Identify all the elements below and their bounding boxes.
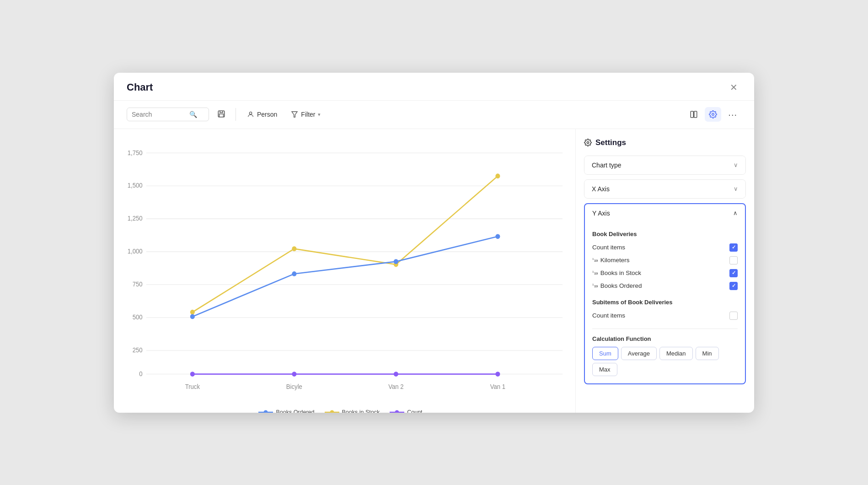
toolbar-divider [236, 108, 236, 121]
calc-max-button[interactable]: Max [592, 363, 617, 376]
save-icon [217, 110, 225, 118]
svg-point-5 [712, 113, 714, 116]
svg-point-43 [395, 410, 399, 413]
legend-line-books-in-stock [325, 410, 339, 413]
books-in-stock-num-icon: ¹₂₃ [592, 270, 598, 276]
subitems-count-items-label: Count items [592, 312, 625, 319]
svg-rect-3 [691, 111, 694, 118]
svg-point-22 [190, 309, 195, 314]
books-ordered-num-icon: ¹₂₃ [592, 283, 598, 289]
person-icon [247, 111, 254, 118]
svg-text:250: 250 [133, 346, 143, 353]
calc-min-button[interactable]: Min [696, 347, 719, 360]
modal-title: Chart [127, 81, 153, 93]
subitems-count-items-row: Count items [592, 309, 738, 322]
modal-header: Chart ✕ [114, 73, 754, 101]
legend-books-ordered: Books Ordered [258, 409, 314, 413]
layout-icon [690, 110, 698, 119]
svg-text:Bicyle: Bicyle [286, 383, 302, 390]
books-in-stock-row: ¹₂₃ Books in Stock [592, 267, 738, 280]
svg-point-39 [264, 410, 268, 413]
settings-button[interactable] [705, 107, 721, 122]
svg-point-33 [495, 372, 500, 377]
book-deliveries-label: Book Deliveries [592, 231, 738, 237]
search-box: 🔍 [127, 108, 209, 121]
chart-svg: 1,750 1,500 1,250 1,000 750 500 250 0 [118, 138, 563, 404]
filter-button[interactable]: Filter ▾ [286, 108, 325, 121]
legend-count: Count [390, 409, 422, 413]
calc-median-button[interactable]: Median [659, 347, 693, 360]
legend-books-ordered-label: Books Ordered [276, 409, 314, 413]
close-button[interactable]: ✕ [726, 81, 741, 94]
toolbar-right: ··· [686, 106, 741, 123]
books-in-stock-label: Books in Stock [600, 269, 641, 276]
count-items-row: Count items [592, 241, 738, 254]
legend-count-label: Count [407, 409, 422, 413]
y-axis-body: Book Deliveries Count items ¹₂₃ Kilomete… [585, 222, 745, 383]
subitems-label: Subitems of Book Deliveries [592, 299, 738, 306]
svg-point-29 [495, 234, 500, 239]
calc-average-button[interactable]: Average [621, 347, 657, 360]
legend-line-count [390, 410, 404, 413]
svg-text:1,500: 1,500 [128, 182, 143, 189]
svg-rect-4 [694, 111, 697, 118]
filter-icon [291, 111, 298, 118]
svg-text:500: 500 [133, 313, 143, 320]
chart-modal: Chart ✕ 🔍 Person Filter ▾ [114, 73, 754, 413]
chart-type-chevron-icon: ∨ [734, 162, 738, 168]
svg-point-32 [394, 372, 398, 377]
svg-point-44 [587, 141, 589, 143]
y-axis-panel: Y Axis ∧ Book Deliveries Count items [584, 203, 746, 384]
calc-separator [592, 329, 738, 329]
y-axis-chevron-icon: ∧ [733, 210, 738, 216]
svg-text:1,250: 1,250 [128, 215, 143, 222]
books-ordered-checkbox[interactable] [729, 282, 738, 290]
chart-type-label: Chart type [592, 162, 622, 169]
svg-point-30 [190, 372, 195, 377]
subitems-count-items-checkbox[interactable] [729, 312, 738, 320]
legend-books-in-stock-label: Books in Stock [342, 409, 380, 413]
x-axis-accordion: X Axis ∨ [584, 179, 746, 199]
svg-point-28 [394, 259, 398, 264]
filter-chevron-icon: ▾ [318, 112, 321, 118]
x-axis-header[interactable]: X Axis ∨ [584, 180, 745, 198]
settings-gear-icon [709, 110, 717, 119]
y-axis-label: Y Axis [592, 210, 610, 217]
layout-button[interactable] [686, 107, 702, 122]
chart-legend: Books Ordered Books in Stock Count [118, 405, 563, 413]
svg-point-23 [292, 246, 296, 251]
calc-buttons-group: Sum Average Median Min Max [592, 347, 738, 376]
legend-books-in-stock: Books in Stock [325, 409, 380, 413]
kilometers-checkbox[interactable] [729, 256, 738, 264]
books-in-stock-checkbox[interactable] [729, 269, 738, 277]
kilometers-label: Kilometers [600, 257, 630, 264]
chart-type-header[interactable]: Chart type ∨ [584, 156, 745, 174]
person-button[interactable]: Person [242, 108, 282, 121]
calc-sum-button[interactable]: Sum [592, 347, 618, 360]
chart-area: 1,750 1,500 1,250 1,000 750 500 250 0 [114, 129, 576, 413]
chart-type-accordion: Chart type ∨ [584, 156, 746, 175]
calc-function-label: Calculation Function [592, 335, 738, 342]
svg-text:Truck: Truck [185, 383, 200, 390]
y-axis-header[interactable]: Y Axis ∧ [585, 204, 745, 222]
svg-text:1,750: 1,750 [128, 149, 143, 156]
search-input[interactable] [132, 111, 187, 118]
count-items-checkbox[interactable] [729, 243, 738, 252]
toolbar: 🔍 Person Filter ▾ [114, 101, 754, 129]
svg-text:Van 1: Van 1 [490, 383, 505, 390]
x-axis-chevron-icon: ∨ [734, 185, 738, 192]
more-button[interactable]: ··· [724, 106, 741, 123]
x-axis-label: X Axis [592, 185, 610, 193]
svg-text:Van 2: Van 2 [388, 383, 403, 390]
save-button[interactable] [214, 107, 229, 122]
svg-point-25 [495, 173, 500, 178]
svg-point-1 [249, 112, 252, 114]
legend-line-books-ordered [258, 410, 273, 413]
more-icon: ··· [728, 109, 737, 120]
settings-title-icon [584, 139, 592, 146]
filter-label: Filter [301, 111, 315, 118]
count-items-label: Count items [592, 244, 625, 251]
svg-point-41 [330, 410, 334, 413]
search-icon: 🔍 [189, 111, 197, 118]
svg-text:0: 0 [139, 370, 142, 377]
